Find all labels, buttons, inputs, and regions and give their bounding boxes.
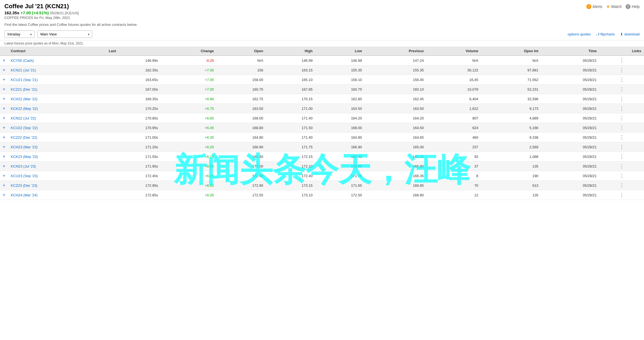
add-cell[interactable]: + — [0, 190, 8, 200]
add-cell[interactable]: + — [0, 85, 8, 94]
links-cell[interactable]: ⋮ — [600, 161, 644, 171]
change-value: +7.05 — [161, 75, 217, 85]
th-contract: Contract — [8, 47, 106, 55]
open-int: 613 — [481, 181, 541, 190]
links-cell[interactable]: ⋮ — [600, 181, 644, 190]
contract-name[interactable]: KCZ23 (Dec '23) — [8, 181, 106, 190]
contract-name[interactable]: KCU23 (Sep '23) — [8, 171, 106, 181]
add-cell[interactable]: + — [0, 104, 8, 113]
links-cell[interactable]: ⋮ — [600, 85, 644, 94]
links-cell[interactable]: ⋮ — [600, 75, 644, 85]
low-price: 168.00 — [315, 123, 365, 133]
previous-price: 164.50 — [365, 123, 426, 133]
view-select[interactable]: Main View Performance View Technical Vie… — [37, 30, 92, 38]
add-cell[interactable]: + — [0, 171, 8, 181]
page-title: Coffee Jul '21 (KCN21) — [4, 3, 79, 10]
add-cell[interactable]: + — [0, 113, 8, 123]
alerts-button[interactable]: ! Alerts — [586, 4, 602, 9]
th-open: Open — [217, 47, 266, 55]
add-cell[interactable]: + — [0, 55, 8, 65]
low-price: 171.65 — [315, 181, 365, 190]
add-cell[interactable]: + — [0, 123, 8, 133]
open-price: 166.90 — [217, 142, 266, 152]
dots-icon[interactable]: ⋮ — [619, 192, 624, 198]
contract-name[interactable]: KCZ21 (Dec '21) — [8, 85, 106, 94]
links-cell[interactable]: ⋮ — [600, 142, 644, 152]
alerts-icon: ! — [586, 4, 591, 9]
links-cell[interactable]: ⋮ — [600, 190, 644, 200]
links-cell[interactable]: ⋮ — [600, 113, 644, 123]
contract-name[interactable]: KCK23 (May '23) — [8, 152, 106, 161]
contract-name[interactable]: KCN22 (Jul '22) — [8, 113, 106, 123]
add-cell[interactable]: + — [0, 142, 8, 152]
open-price: 163.50 — [217, 104, 266, 113]
high-price: 172.15 — [266, 152, 315, 161]
add-cell[interactable]: + — [0, 181, 8, 190]
table-row: + KCH22 (Mar '22) 169.35s +6.90 162.75 1… — [0, 94, 644, 104]
last-price: 172.85s — [106, 190, 161, 200]
contract-name[interactable]: KCZ22 (Dec '22) — [8, 133, 106, 142]
links-cell[interactable]: ⋮ — [600, 123, 644, 133]
links-cell[interactable]: ⋮ — [600, 55, 644, 65]
period-select[interactable]: Intraday Daily Weekly Monthly — [4, 30, 35, 38]
controls-right: options quotes 𝒩 flipcharts ⬇ download — [568, 32, 640, 37]
help-button[interactable]: ? Help — [626, 4, 640, 9]
change-value: +6.45 — [161, 123, 217, 133]
contract-name[interactable]: KCH24 (Mar '24) — [8, 190, 106, 200]
dots-icon[interactable]: ⋮ — [619, 173, 624, 179]
contract-name[interactable]: KCU21 (Sep '21) — [8, 75, 106, 85]
dots-icon[interactable]: ⋮ — [619, 67, 624, 73]
contract-name[interactable]: KCN23 (Jul '23) — [8, 161, 106, 171]
dots-icon[interactable]: ⋮ — [619, 115, 624, 121]
add-cell[interactable]: + — [0, 161, 8, 171]
last-price: 171.00s — [106, 133, 161, 142]
dots-icon[interactable]: ⋮ — [619, 96, 624, 102]
dots-icon[interactable]: ⋮ — [619, 163, 624, 169]
add-cell[interactable]: + — [0, 133, 8, 142]
dots-icon[interactable]: ⋮ — [619, 135, 624, 140]
add-cell[interactable]: + — [0, 65, 8, 75]
contract-name[interactable]: KCK22 (May '22) — [8, 104, 106, 113]
links-cell[interactable]: ⋮ — [600, 94, 644, 104]
contract-name[interactable]: KCH22 (Mar '22) — [8, 94, 106, 104]
flipcharts-link[interactable]: 𝒩 flipcharts — [596, 32, 615, 37]
links-cell[interactable]: ⋮ — [600, 152, 644, 161]
contract-name[interactable]: KCN21 (Jul '21) — [8, 65, 106, 75]
options-quotes-link[interactable]: options quotes — [568, 32, 591, 36]
add-cell[interactable]: + — [0, 94, 8, 104]
help-icon: ? — [626, 4, 631, 9]
open-price: 156 — [217, 65, 266, 75]
table-row: + KCN22 (Jul '22) 170.80s +6.60 168.00 1… — [0, 113, 644, 123]
dots-icon[interactable]: ⋮ — [619, 144, 624, 150]
change-value: +6.75 — [161, 104, 217, 113]
top-right-actions: ! Alerts ★ Watch ? Help — [586, 4, 640, 9]
dots-icon[interactable]: ⋮ — [619, 106, 624, 111]
last-price: 162.35s — [106, 65, 161, 75]
links-cell[interactable]: ⋮ — [600, 171, 644, 181]
dots-icon[interactable]: ⋮ — [619, 125, 624, 130]
links-cell[interactable]: ⋮ — [600, 65, 644, 75]
open-price: 165.40 — [217, 152, 266, 161]
add-cell[interactable]: + — [0, 152, 8, 161]
dots-icon[interactable]: ⋮ — [619, 77, 624, 82]
volume: 30,122 — [427, 65, 481, 75]
dots-icon[interactable]: ⋮ — [619, 183, 624, 188]
low-price: 155.35 — [315, 65, 365, 75]
links-cell[interactable]: ⋮ — [600, 133, 644, 142]
volume: 237 — [427, 142, 481, 152]
open-price: 172.40 — [217, 171, 266, 181]
download-link[interactable]: ⬇ download — [620, 32, 640, 36]
dots-icon[interactable]: ⋮ — [619, 154, 624, 159]
contract-name[interactable]: KCH23 (Mar '23) — [8, 142, 106, 152]
dots-icon[interactable]: ⋮ — [619, 58, 624, 63]
add-cell[interactable]: + — [0, 75, 8, 85]
contract-name[interactable]: KCY00 (Cash) — [8, 55, 106, 65]
contract-name[interactable]: KCU22 (Sep '22) — [8, 123, 106, 133]
watch-button[interactable]: ★ Watch — [606, 4, 622, 9]
dots-icon[interactable]: ⋮ — [619, 87, 624, 92]
links-cell[interactable]: ⋮ — [600, 104, 644, 113]
time: 05/28/21 — [541, 133, 599, 142]
previous-price: 164.65 — [365, 133, 426, 142]
flipcharts-label: flipcharts — [600, 32, 615, 36]
open-price: 168.00 — [217, 113, 266, 123]
